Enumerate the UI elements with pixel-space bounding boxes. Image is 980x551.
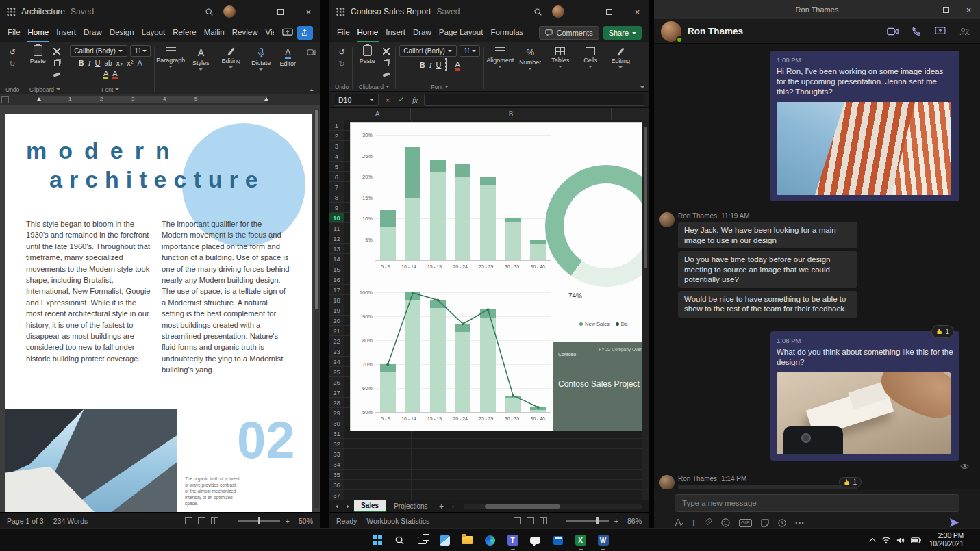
- tray-chevron-icon[interactable]: [871, 538, 876, 543]
- copy-icon[interactable]: [51, 58, 62, 68]
- format-painter-icon[interactable]: [51, 70, 62, 79]
- file-explorer-button[interactable]: [459, 531, 477, 549]
- row-header-11[interactable]: 11: [329, 223, 344, 233]
- donut-chart[interactable]: [545, 165, 644, 287]
- schedule-icon[interactable]: [778, 519, 786, 527]
- number-button[interactable]: % Number: [515, 44, 545, 91]
- row-header-37[interactable]: 37: [329, 490, 344, 500]
- zoom-in-button[interactable]: +: [286, 517, 290, 525]
- zoom-level[interactable]: 50%: [295, 517, 313, 525]
- ribbon-collapse-icon[interactable]: [640, 86, 644, 88]
- row-header-25[interactable]: 25: [329, 367, 344, 377]
- paste-button[interactable]: Paste: [356, 45, 378, 64]
- excel-menu-file[interactable]: File: [336, 23, 351, 42]
- name-box[interactable]: D10: [334, 94, 379, 106]
- received-message[interactable]: Would be nice to have something to be ab…: [678, 291, 857, 318]
- scrollbar-thumb[interactable]: [485, 504, 560, 509]
- zoom-in-button[interactable]: +: [614, 517, 618, 525]
- sender-avatar[interactable]: [659, 475, 675, 489]
- row-header-18[interactable]: 18: [329, 295, 344, 305]
- zoom-level[interactable]: 86%: [624, 517, 642, 525]
- maximize-button[interactable]: [935, 0, 957, 19]
- column-header-b[interactable]: B: [411, 108, 612, 120]
- editor-button[interactable]: A Editor: [276, 44, 299, 94]
- cancel-icon[interactable]: ×: [383, 96, 392, 104]
- row-header-17[interactable]: 17: [329, 285, 344, 295]
- importance-icon[interactable]: !: [692, 518, 695, 528]
- excel-menu-formulas[interactable]: Formulas: [490, 23, 524, 42]
- more-options-icon[interactable]: [795, 522, 804, 524]
- sheet-tab-projections[interactable]: Projections: [387, 500, 434, 512]
- bold-button[interactable]: B: [79, 59, 84, 67]
- row-header-28[interactable]: 28: [329, 398, 344, 408]
- chat-button[interactable]: [527, 531, 544, 549]
- minimize-button[interactable]: [570, 0, 592, 23]
- maximize-button[interactable]: [598, 0, 620, 23]
- share-button[interactable]: [297, 26, 313, 40]
- row-header-21[interactable]: 21: [329, 326, 344, 336]
- excel-menu-page-layout[interactable]: Page Layout: [438, 23, 484, 42]
- redo-icon[interactable]: ↻: [7, 59, 18, 68]
- italic-button[interactable]: I: [88, 59, 91, 67]
- chat-history[interactable]: 1:08 PM Hi Ron, I've been working on som…: [654, 44, 980, 489]
- copy-icon[interactable]: [381, 58, 392, 68]
- app-launcher-icon[interactable]: [336, 8, 345, 16]
- reaction-badge[interactable]: 1: [839, 477, 862, 487]
- format-painter-icon[interactable]: [381, 70, 392, 79]
- undo-icon[interactable]: ↺: [7, 47, 18, 57]
- highlight-button[interactable]: A: [103, 69, 108, 79]
- start-button[interactable]: [368, 531, 386, 549]
- underline-button[interactable]: U: [95, 59, 100, 67]
- word-menu-review[interactable]: Review: [231, 23, 259, 42]
- column-header-a[interactable]: A: [344, 108, 411, 120]
- workbook-statistics-button[interactable]: Workbook Statistics: [366, 517, 429, 525]
- print-layout-icon[interactable]: [198, 517, 205, 524]
- excel-menu-home[interactable]: Home: [357, 23, 379, 42]
- font-size-select[interactable]: 11: [130, 45, 151, 57]
- zoom-slider-thumb[interactable]: [596, 517, 599, 524]
- sales-combo-chart[interactable]: 50%60%70%80%90%100% 5 - 910 - 1415 - 192…: [352, 287, 555, 431]
- strikethrough-button[interactable]: ab: [104, 60, 112, 67]
- indent-marker[interactable]: [264, 97, 268, 101]
- gif-button[interactable]: GIF: [739, 519, 752, 527]
- row-header-30[interactable]: 30: [329, 418, 344, 428]
- underline-button[interactable]: U: [436, 61, 441, 69]
- font-color-button[interactable]: A: [112, 69, 117, 79]
- row-header-4[interactable]: 4: [329, 151, 344, 162]
- word-menu-refere[interactable]: Refere: [172, 23, 197, 42]
- screen-share-icon[interactable]: [931, 27, 949, 36]
- row-header-24[interactable]: 24: [329, 357, 344, 367]
- page-break-view-icon[interactable]: [540, 517, 547, 524]
- row-header-20[interactable]: 20: [329, 316, 344, 326]
- column-header-partial[interactable]: [612, 108, 649, 120]
- row-header-22[interactable]: 22: [329, 336, 344, 346]
- add-sheet-button[interactable]: +: [436, 502, 447, 511]
- document-page[interactable]: modern architecture This style began to …: [5, 114, 312, 512]
- row-header-29[interactable]: 29: [329, 408, 344, 418]
- redo-icon[interactable]: ↻: [336, 59, 347, 68]
- received-message[interactable]: Hey Jack. We have been looking for a mai…: [678, 222, 857, 248]
- widgets-button[interactable]: [436, 531, 454, 549]
- zoom-out-button[interactable]: –: [228, 517, 232, 525]
- sticker-icon[interactable]: [761, 519, 769, 527]
- paste-button[interactable]: Paste: [27, 45, 49, 64]
- model-photo[interactable]: [777, 372, 951, 454]
- sent-message-2[interactable]: 1 1:08 PM What do you think about someth…: [770, 331, 959, 461]
- zoom-slider[interactable]: [566, 520, 609, 522]
- superscript-button[interactable]: x²: [127, 59, 133, 67]
- font-name-select[interactable]: Calibri (Body): [399, 45, 457, 57]
- read-mode-icon[interactable]: [185, 517, 192, 524]
- row-header-12[interactable]: 12: [329, 233, 344, 244]
- formula-input[interactable]: [424, 94, 644, 106]
- excel-button[interactable]: X: [572, 531, 590, 549]
- minimize-button[interactable]: [241, 0, 264, 23]
- maximize-button[interactable]: [269, 0, 292, 23]
- row-header-34[interactable]: 34: [329, 459, 344, 470]
- excel-menu-insert[interactable]: Insert: [385, 23, 406, 42]
- camera-icon[interactable]: [307, 46, 316, 58]
- teams-button[interactable]: T: [504, 531, 522, 549]
- styles-button[interactable]: A Styles: [186, 44, 216, 94]
- font-size-select[interactable]: 11: [460, 45, 480, 57]
- sent-message-1[interactable]: 1:08 PM Hi Ron, I've been working on som…: [770, 51, 959, 201]
- zoom-out-button[interactable]: –: [557, 517, 561, 525]
